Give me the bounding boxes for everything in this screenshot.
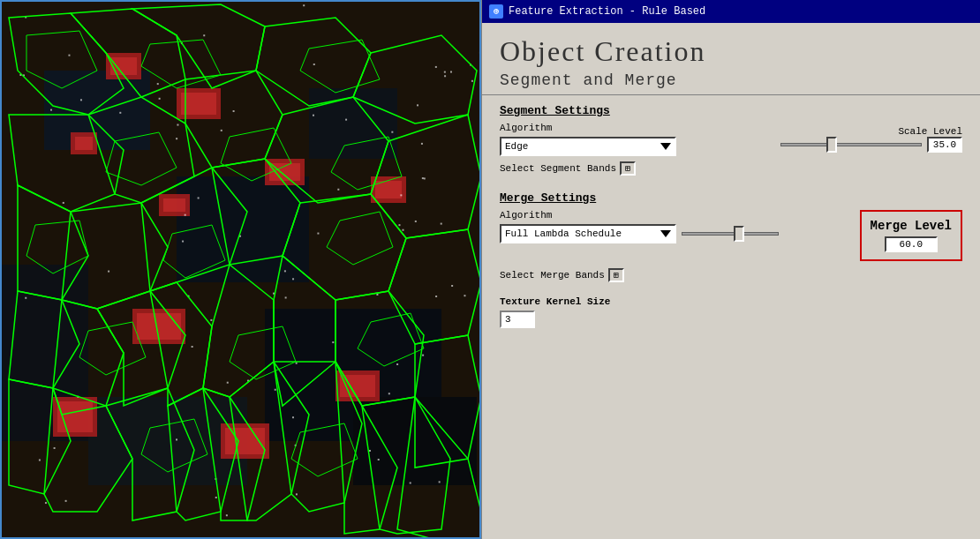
select-segment-bands-label: Select Segment Bands xyxy=(500,163,616,174)
main-title: Object Creation xyxy=(500,35,962,68)
merge-settings-title: Merge Settings xyxy=(500,191,962,205)
title-bar: ⊕ Feature Extraction - Rule Based xyxy=(482,0,980,23)
satellite-image-panel xyxy=(0,0,481,539)
select-merge-bands-label: Select Merge Bands xyxy=(500,270,605,281)
merge-level-slider[interactable] xyxy=(682,232,779,236)
segment-settings-title: Segment Settings xyxy=(500,104,962,117)
merge-section: Merge Settings Algorithm Full Lambda Sch… xyxy=(500,191,962,289)
merge-level-value: 60.0 xyxy=(885,236,938,252)
settings-content: Segment Settings Algorithm Edge Multires… xyxy=(482,95,980,337)
object-creation-header: Object Creation Segment and Merge xyxy=(482,23,980,95)
sub-title: Segment and Merge xyxy=(500,71,962,89)
merge-algorithm-label: Algorithm xyxy=(500,210,860,221)
texture-section: Texture Kernel Size xyxy=(500,296,962,328)
satellite-canvas xyxy=(0,0,481,539)
scale-level-section: Scale Level 35.0 xyxy=(780,126,962,153)
segment-algorithm-dropdown[interactable]: Edge Multiresolution Watershed xyxy=(500,137,676,156)
select-segment-bands-row: Select Segment Bands ⊞ xyxy=(500,161,636,176)
texture-label: Texture Kernel Size xyxy=(500,296,962,307)
segment-algorithm-label: Algorithm xyxy=(500,123,676,133)
scale-level-value: 35.0 xyxy=(927,137,962,153)
texture-kernel-input[interactable] xyxy=(500,311,535,328)
select-merge-bands-button[interactable]: ⊞ xyxy=(608,268,624,282)
select-merge-bands-row: Select Merge Bands ⊞ xyxy=(500,268,624,282)
merge-level-highlighted-box: Merge Level 60.0 xyxy=(860,210,962,261)
right-panel: ⊕ Feature Extraction - Rule Based Object… xyxy=(481,0,980,539)
scale-level-label: Scale Level xyxy=(898,126,962,137)
select-segment-bands-button[interactable]: ⊞ xyxy=(620,161,636,176)
merge-level-label: Merge Level xyxy=(871,219,952,233)
window-title: Feature Extraction - Rule Based xyxy=(509,5,705,18)
scale-level-slider[interactable] xyxy=(780,143,922,146)
merge-algorithm-dropdown[interactable]: Full Lambda Schedule Fast Lambda Schedul… xyxy=(500,224,676,243)
segment-algorithm-row: Algorithm Edge Multiresolution Watershed… xyxy=(500,123,962,156)
app-icon: ⊕ xyxy=(489,4,503,19)
